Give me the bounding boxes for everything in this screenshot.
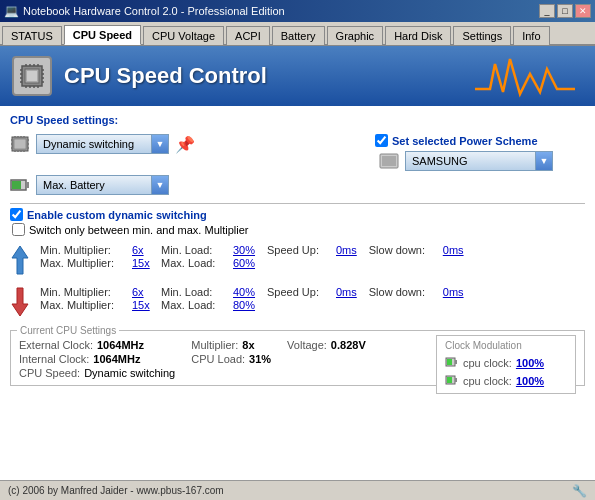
ext-clock-label: External Clock: <box>19 339 93 351</box>
titlebar-left: 💻 Notebook Hardware Control 2.0 - Profes… <box>4 4 285 18</box>
max-load-val-1[interactable]: 60% <box>233 257 263 269</box>
speed-icon-2 <box>10 286 30 320</box>
tab-info[interactable]: Info <box>513 26 549 45</box>
min-mult-val-2[interactable]: 6x <box>132 286 157 298</box>
int-clock-val: 1064MHz <box>93 353 140 365</box>
min-load-label-1: Min. Load: <box>161 244 229 256</box>
page-title: CPU Speed Control <box>64 63 267 89</box>
clock-icon-2 <box>445 373 459 389</box>
speed-up-label-1: Speed Up: <box>267 244 332 256</box>
svg-rect-20 <box>14 139 26 149</box>
ext-clock-val: 1064MHz <box>97 339 144 351</box>
tab-acpi[interactable]: ACPI <box>226 26 270 45</box>
close-button[interactable]: ✕ <box>575 4 591 18</box>
cpu-icon <box>12 56 52 96</box>
min-load-val-2[interactable]: 40% <box>233 286 263 298</box>
clock-icon-1 <box>445 355 459 371</box>
svg-rect-2 <box>27 71 37 81</box>
cpu-mode-arrow[interactable]: ▼ <box>151 134 169 154</box>
multiplier-label: Multiplier: <box>191 339 238 351</box>
min-mult-label-2: Min. Multiplier: <box>40 286 128 298</box>
max-mult-label-1: Max. Multiplier: <box>40 257 128 269</box>
current-settings-label: Current CPU Settings <box>17 325 119 336</box>
min-load-val-1[interactable]: 30% <box>233 244 263 256</box>
maximize-button[interactable]: □ <box>557 4 573 18</box>
cpu-speed-status-val: Dynamic switching <box>84 367 175 379</box>
power-scheme-label: Set selected Power Scheme <box>392 135 538 147</box>
app-window: 💻 Notebook Hardware Control 2.0 - Profes… <box>0 0 595 500</box>
svg-rect-38 <box>26 182 29 188</box>
switch-only-checkbox[interactable] <box>12 223 25 236</box>
battery-icon <box>10 177 30 193</box>
tab-graphic[interactable]: Graphic <box>327 26 384 45</box>
enable-custom-switching-label: Enable custom dynamic switching <box>27 209 207 221</box>
power-scheme-dropdown[interactable]: SAMSUNG ▼ <box>405 151 553 171</box>
max-mult-label-2: Max. Multiplier: <box>40 299 128 311</box>
svg-marker-40 <box>12 246 28 274</box>
pin-icon[interactable]: 📌 <box>175 135 195 154</box>
max-mult-val-2[interactable]: 15x <box>132 299 157 311</box>
max-load-label-1: Max. Load: <box>161 257 229 269</box>
slow-down-val-1[interactable]: 0ms <box>443 244 464 256</box>
max-load-val-2[interactable]: 80% <box>233 299 263 311</box>
svg-rect-44 <box>447 359 452 365</box>
cpu-mode-dropdown[interactable]: Dynamic switching ▼ <box>36 134 169 154</box>
multiplier-val: 8x <box>242 339 254 351</box>
clock-row-1: cpu clock: 100% <box>445 355 567 371</box>
tab-hard-disk[interactable]: Hard Disk <box>385 26 451 45</box>
cpu-load-label: CPU Load: <box>191 353 245 365</box>
battery-mode-dropdown[interactable]: Max. Battery ▼ <box>36 175 169 195</box>
titlebar: 💻 Notebook Hardware Control 2.0 - Profes… <box>0 0 595 22</box>
tab-settings[interactable]: Settings <box>453 26 511 45</box>
voltage-label: Voltage: <box>287 339 327 351</box>
svg-marker-41 <box>12 288 28 316</box>
tab-cpu-speed[interactable]: CPU Speed <box>64 25 141 45</box>
tab-cpu-voltage[interactable]: CPU Voltage <box>143 26 224 45</box>
svg-rect-46 <box>455 378 457 382</box>
speed-up-val-2[interactable]: 0ms <box>336 286 357 298</box>
speed-up-label-2: Speed Up: <box>267 286 332 298</box>
slow-down-label-2: Slow down: <box>369 286 439 298</box>
power-scheme-checkbox[interactable] <box>375 134 388 147</box>
int-clock-label: Internal Clock: <box>19 353 89 365</box>
footer-icon: 🔧 <box>572 484 587 498</box>
window-controls: _ □ ✕ <box>539 4 591 18</box>
tab-bar: STATUS CPU Speed CPU Voltage ACPI Batter… <box>0 22 595 46</box>
samsung-icon <box>379 153 399 169</box>
slow-down-val-2[interactable]: 0ms <box>443 286 464 298</box>
svg-rect-39 <box>12 181 21 189</box>
mult-row-4: Max. Multiplier: 15x Max. Load: 80% <box>40 299 464 311</box>
min-mult-val-1[interactable]: 6x <box>132 244 157 256</box>
clock-val-1[interactable]: 100% <box>516 357 544 369</box>
tab-status[interactable]: STATUS <box>2 26 62 45</box>
battery-mode-value: Max. Battery <box>36 175 151 195</box>
svg-rect-47 <box>447 377 452 383</box>
cpu-speed-status-label: CPU Speed: <box>19 367 80 379</box>
clock-modulation-panel: Clock Modulation cpu clock: 100% <box>436 335 576 394</box>
window-title: Notebook Hardware Control 2.0 - Professi… <box>23 5 285 17</box>
speed-up-val-1[interactable]: 0ms <box>336 244 357 256</box>
tab-battery[interactable]: Battery <box>272 26 325 45</box>
clock-val-2[interactable]: 100% <box>516 375 544 387</box>
content-area: CPU Speed settings: <box>0 106 595 480</box>
slow-down-label-1: Slow down: <box>369 244 439 256</box>
cpu-settings-label: CPU Speed settings: <box>10 114 585 126</box>
minimize-button[interactable]: _ <box>539 4 555 18</box>
power-scheme-arrow[interactable]: ▼ <box>535 151 553 171</box>
enable-custom-switching-checkbox[interactable] <box>10 208 23 221</box>
clock-mod-title: Clock Modulation <box>445 340 567 351</box>
cpu-small-icon <box>10 135 30 153</box>
page-header: CPU Speed Control <box>0 46 595 106</box>
clock-label-1: cpu clock: <box>463 357 512 369</box>
app-icon: 💻 <box>4 4 19 18</box>
mult-row-1: Min. Multiplier: 6x Min. Load: 30% Speed… <box>40 244 464 256</box>
battery-mode-arrow[interactable]: ▼ <box>151 175 169 195</box>
mult-row-2: Max. Multiplier: 15x Max. Load: 60% <box>40 257 464 269</box>
max-mult-val-1[interactable]: 15x <box>132 257 157 269</box>
footer: (c) 2006 by Manfred Jaider - www.pbus-16… <box>0 480 595 500</box>
min-load-label-2: Min. Load: <box>161 286 229 298</box>
power-scheme-value: SAMSUNG <box>405 151 535 171</box>
switch-only-label: Switch only between min. and max. Multip… <box>29 224 248 236</box>
speed-icon-1 <box>10 244 30 278</box>
mult-row-3: Min. Multiplier: 6x Min. Load: 40% Speed… <box>40 286 464 298</box>
